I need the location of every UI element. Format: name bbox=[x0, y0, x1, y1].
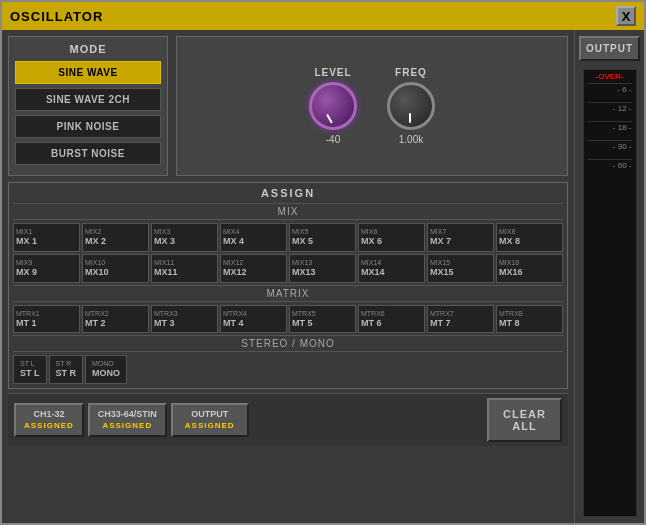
main-window: OSCILLATOR X MODE SINE WAVE SINE WAVE 2C… bbox=[0, 0, 646, 525]
mode-title: MODE bbox=[15, 43, 161, 55]
left-panel: MODE SINE WAVE SINE WAVE 2CH PINK NOISE … bbox=[2, 30, 574, 523]
mode-burst-noise-button[interactable]: BURST NOISE bbox=[15, 142, 161, 165]
output-sub: ASSIGNED bbox=[185, 421, 235, 431]
bottom-bar: CH1-32 ASSIGNED CH33-64/STIN ASSIGNED OU… bbox=[8, 393, 568, 446]
mix-ch-mx15[interactable]: MIX15MX15 bbox=[427, 254, 494, 283]
mix-ch-mx3[interactable]: MIX3MX 3 bbox=[151, 223, 218, 252]
mode-pink-noise-button[interactable]: PINK NOISE bbox=[15, 115, 161, 138]
level-meter: -OVER- - 6 - - 12 - - 18 - - 30 - - 60 - bbox=[583, 69, 637, 517]
mix-ch-mx4[interactable]: MIX4MX 4 bbox=[220, 223, 287, 252]
mix-ch-mx1[interactable]: MIX1MX 1 bbox=[13, 223, 80, 252]
meter-label-12: - 12 - bbox=[588, 102, 632, 113]
ch33-64-button[interactable]: CH33-64/STIN ASSIGNED bbox=[88, 403, 167, 437]
mix-ch-mx9[interactable]: MIX9MX 9 bbox=[13, 254, 80, 283]
mix-ch-mx11[interactable]: MIX11MX11 bbox=[151, 254, 218, 283]
mix-label: MIX bbox=[13, 203, 563, 220]
mode-sine-wave-button[interactable]: SINE WAVE bbox=[15, 61, 161, 84]
matrix-ch-mt6[interactable]: MTRX6MT 6 bbox=[358, 305, 425, 334]
stereo-ch-mono[interactable]: MONOMONO bbox=[85, 355, 127, 384]
right-panel: OUTPUT -OVER- - 6 - - 12 - - 18 - - 30 -… bbox=[574, 30, 644, 523]
assign-section: ASSIGN MIX MIX1MX 1 MIX2MX 2 MIX3MX 3 MI… bbox=[8, 182, 568, 389]
mix-ch-mx14[interactable]: MIX14MX14 bbox=[358, 254, 425, 283]
level-label: LEVEL bbox=[314, 67, 351, 78]
stereo-mono-grid: ST LST L ST RST R MONOMONO bbox=[13, 355, 563, 384]
meter-label-60: - 60 - bbox=[588, 159, 632, 170]
level-value: -40 bbox=[326, 134, 340, 145]
meter-label-6: - 6 - bbox=[588, 83, 632, 94]
output-button[interactable]: OUTPUT bbox=[579, 36, 640, 61]
freq-knob-group: FREQ 1.00k bbox=[387, 67, 435, 145]
ch33-64-sub: ASSIGNED bbox=[98, 421, 157, 431]
stereo-ch-str[interactable]: ST RST R bbox=[49, 355, 84, 384]
freq-knob[interactable] bbox=[387, 82, 435, 130]
mix-ch-mx16[interactable]: MIX16MX16 bbox=[496, 254, 563, 283]
top-area: MODE SINE WAVE SINE WAVE 2CH PINK NOISE … bbox=[8, 36, 568, 176]
ch1-32-top: CH1-32 bbox=[24, 409, 74, 421]
level-knob-group: LEVEL -40 bbox=[309, 67, 357, 145]
mix-ch-mx8[interactable]: MIX8MX 8 bbox=[496, 223, 563, 252]
ch1-32-sub: ASSIGNED bbox=[24, 421, 74, 431]
clear-all-button[interactable]: CLEARALL bbox=[487, 398, 562, 442]
mix-ch-mx2[interactable]: MIX2MX 2 bbox=[82, 223, 149, 252]
meter-label-18: - 18 - bbox=[588, 121, 632, 132]
title-bar: OSCILLATOR X bbox=[2, 2, 644, 30]
mix-ch-mx6[interactable]: MIX6MX 6 bbox=[358, 223, 425, 252]
matrix-ch-mt5[interactable]: MTRX5MT 5 bbox=[289, 305, 356, 334]
mode-box: MODE SINE WAVE SINE WAVE 2CH PINK NOISE … bbox=[8, 36, 168, 176]
matrix-ch-mt2[interactable]: MTRX2MT 2 bbox=[82, 305, 149, 334]
matrix-ch-mt7[interactable]: MTRX7MT 7 bbox=[427, 305, 494, 334]
matrix-channel-grid: MTRX1MT 1 MTRX2MT 2 MTRX3MT 3 MTRX4MT 4 … bbox=[13, 305, 563, 334]
meter-labels: - 6 - - 12 - - 18 - - 30 - - 60 - bbox=[588, 83, 632, 170]
mix-channel-grid: MIX1MX 1 MIX2MX 2 MIX3MX 3 MIX4MX 4 MIX5… bbox=[13, 223, 563, 283]
matrix-ch-mt4[interactable]: MTRX4MT 4 bbox=[220, 305, 287, 334]
ch33-64-top: CH33-64/STIN bbox=[98, 409, 157, 421]
output-top: OUTPUT bbox=[185, 409, 235, 421]
mode-sine-wave-2ch-button[interactable]: SINE WAVE 2CH bbox=[15, 88, 161, 111]
window-title: OSCILLATOR bbox=[10, 9, 103, 24]
mix-ch-mx13[interactable]: MIX13MX13 bbox=[289, 254, 356, 283]
mix-ch-mx12[interactable]: MIX12MX12 bbox=[220, 254, 287, 283]
matrix-ch-mt8[interactable]: MTRX8MT 8 bbox=[496, 305, 563, 334]
mix-ch-mx5[interactable]: MIX5MX 5 bbox=[289, 223, 356, 252]
mix-ch-mx7[interactable]: MIX7MX 7 bbox=[427, 223, 494, 252]
matrix-label: MATRIX bbox=[13, 285, 563, 302]
level-knob[interactable] bbox=[309, 82, 357, 130]
matrix-ch-mt1[interactable]: MTRX1MT 1 bbox=[13, 305, 80, 334]
assign-title: ASSIGN bbox=[13, 187, 563, 199]
meter-over-label: -OVER- bbox=[588, 72, 632, 81]
freq-value: 1.00k bbox=[399, 134, 423, 145]
stereo-ch-stl[interactable]: ST LST L bbox=[13, 355, 47, 384]
output-assigned-button[interactable]: OUTPUT ASSIGNED bbox=[171, 403, 249, 437]
ch1-32-button[interactable]: CH1-32 ASSIGNED bbox=[14, 403, 84, 437]
controls-box: LEVEL -40 FREQ 1.00k bbox=[176, 36, 568, 176]
mix-ch-mx10[interactable]: MIX10MX10 bbox=[82, 254, 149, 283]
meter-label-30: - 30 - bbox=[588, 140, 632, 151]
freq-label: FREQ bbox=[395, 67, 427, 78]
matrix-ch-mt3[interactable]: MTRX3MT 3 bbox=[151, 305, 218, 334]
close-button[interactable]: X bbox=[616, 6, 636, 26]
stereo-mono-label: STEREO / MONO bbox=[13, 335, 563, 352]
